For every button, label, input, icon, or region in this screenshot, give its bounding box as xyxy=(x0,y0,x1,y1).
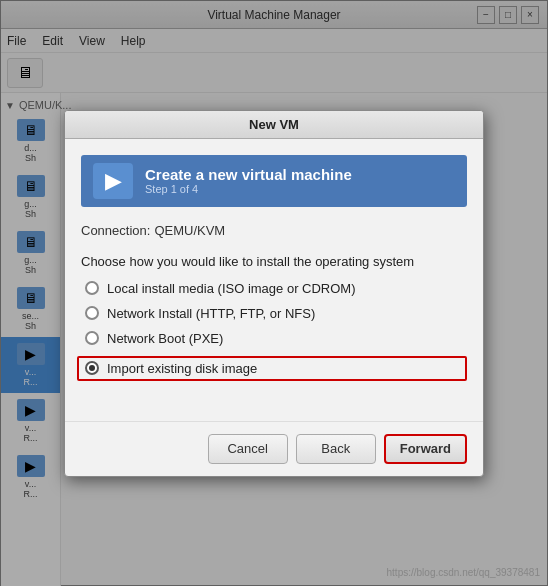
radio-option-1[interactable]: Local install media (ISO image or CDROM) xyxy=(85,281,467,296)
modal-overlay: New VM ▶ Create a new virtual machine St… xyxy=(0,0,548,586)
dialog-footer: Cancel Back Forward xyxy=(65,421,483,476)
step-icon: ▶ xyxy=(93,163,133,199)
radio-label-4: Import existing disk image xyxy=(107,361,257,376)
step-subtitle: Step 1 of 4 xyxy=(145,183,352,195)
radio-label-3: Network Boot (PXE) xyxy=(107,331,223,346)
step-title: Create a new virtual machine xyxy=(145,166,352,183)
new-vm-dialog: New VM ▶ Create a new virtual machine St… xyxy=(64,110,484,477)
radio-group: Local install media (ISO image or CDROM)… xyxy=(81,281,467,381)
radio-label-1: Local install media (ISO image or CDROM) xyxy=(107,281,356,296)
radio-option-4[interactable]: Import existing disk image xyxy=(77,356,467,381)
radio-btn-2[interactable] xyxy=(85,306,99,320)
radio-btn-4[interactable] xyxy=(85,361,99,375)
connection-value: QEMU/KVM xyxy=(154,223,225,238)
forward-button[interactable]: Forward xyxy=(384,434,467,464)
radio-btn-3[interactable] xyxy=(85,331,99,345)
step-text: Create a new virtual machine Step 1 of 4 xyxy=(145,166,352,195)
connection-label: Connection: xyxy=(81,223,150,238)
cancel-button[interactable]: Cancel xyxy=(208,434,288,464)
radio-label-2: Network Install (HTTP, FTP, or NFS) xyxy=(107,306,315,321)
connection-row: Connection: QEMU/KVM xyxy=(81,223,467,238)
dialog-body: ▶ Create a new virtual machine Step 1 of… xyxy=(65,139,483,421)
radio-option-2[interactable]: Network Install (HTTP, FTP, or NFS) xyxy=(85,306,467,321)
step-header: ▶ Create a new virtual machine Step 1 of… xyxy=(81,155,467,207)
back-button[interactable]: Back xyxy=(296,434,376,464)
dialog-titlebar: New VM xyxy=(65,111,483,139)
radio-option-3[interactable]: Network Boot (PXE) xyxy=(85,331,467,346)
radio-btn-1[interactable] xyxy=(85,281,99,295)
dialog-title: New VM xyxy=(249,117,299,132)
install-question: Choose how you would like to install the… xyxy=(81,254,467,269)
watermark: https://blog.csdn.net/qq_39378481 xyxy=(387,567,540,578)
